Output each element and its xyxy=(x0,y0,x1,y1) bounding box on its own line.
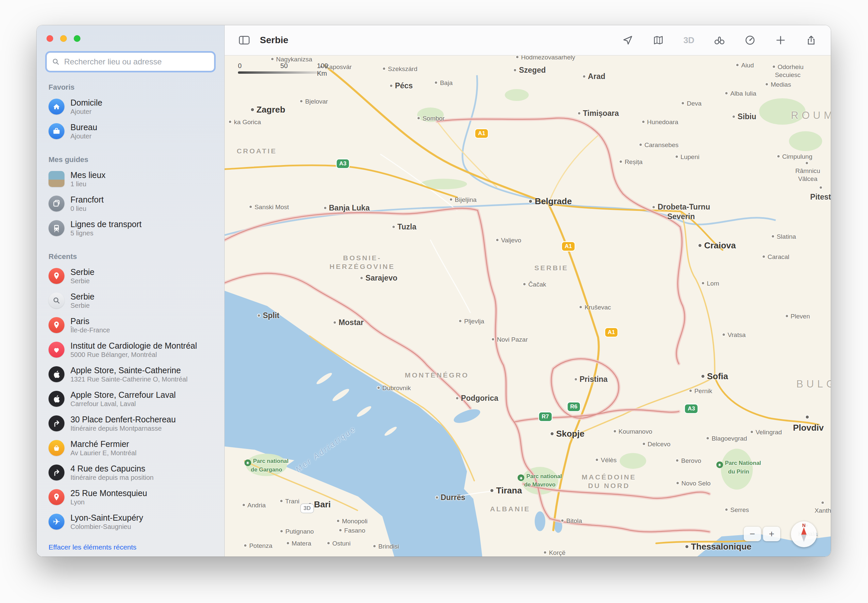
list-item[interactable]: 25 Rue MontesquieuLyon xyxy=(46,485,214,509)
compass-needle-south xyxy=(801,535,806,542)
toolbar: Serbie 3D xyxy=(225,25,831,56)
item-subtitle: 0 lieu xyxy=(70,204,104,212)
map-graphics xyxy=(225,56,831,557)
list-item[interactable]: Marché FermierAv Laurier E, Montréal xyxy=(46,436,214,460)
pin-red-icon xyxy=(48,489,65,505)
item-subtitle: Colombier-Saugnieu xyxy=(70,523,143,530)
item-subtitle: Carrefour Laval, Laval xyxy=(70,400,176,408)
section-header: Mes guides xyxy=(48,155,214,164)
minimize-button[interactable] xyxy=(60,35,67,42)
list-item[interactable]: SerbieSerbie xyxy=(46,264,214,288)
list-item[interactable]: SerbieSerbie xyxy=(46,288,214,313)
search-input[interactable] xyxy=(64,57,209,67)
map-scale: 050100 Km xyxy=(238,62,334,74)
apple-icon xyxy=(48,366,65,382)
item-title: Lyon-Saint-Exupéry xyxy=(70,513,143,523)
clear-recents-link[interactable]: Effacer les éléments récents xyxy=(48,543,136,551)
item-subtitle: 5 lignes xyxy=(70,229,141,237)
section-header: Récents xyxy=(48,252,214,261)
map-canvas[interactable]: NagykanizsaKaposvárSzekszárdHodmezovasar… xyxy=(225,56,831,557)
item-title: 25 Rue Montesquieu xyxy=(70,488,147,498)
item-title: Institut de Cardiologie de Montréal xyxy=(70,341,197,351)
list-item[interactable]: Francfort0 lieu xyxy=(46,191,214,216)
item-title: 30 Place Denfert-Rochereau xyxy=(70,414,176,424)
item-subtitle: Serbie xyxy=(70,302,95,309)
window-controls xyxy=(46,25,214,42)
item-title: Francfort xyxy=(70,195,104,204)
item-subtitle: Ajouter xyxy=(70,108,102,116)
compass[interactable]: N xyxy=(791,521,817,547)
compass-needle-north xyxy=(801,527,806,535)
share-icon[interactable] xyxy=(803,33,819,47)
item-subtitle: Av Laurier E, Montréal xyxy=(70,449,136,457)
item-subtitle: 1321 Rue Sainte-Catherine O, Montréal xyxy=(70,375,188,383)
home-icon xyxy=(48,99,65,114)
item-subtitle: Serbie xyxy=(70,277,95,285)
item-title: 4 Rue des Capucins xyxy=(70,464,153,473)
zoom-in-button[interactable]: + xyxy=(763,527,780,541)
search-gray-icon xyxy=(48,292,65,308)
list-item[interactable]: ✈Lyon-Saint-ExupéryColombier-Saugnieu xyxy=(46,509,214,534)
main-area: Serbie 3D xyxy=(225,25,831,557)
list-item[interactable]: 4 Rue des CapucinsItinéraire depuis ma p… xyxy=(46,460,214,485)
compass-dial-icon[interactable] xyxy=(742,33,758,47)
toolbar-actions: 3D xyxy=(620,33,819,47)
list-item[interactable]: 30 Place Denfert-RochereauItinéraire dep… xyxy=(46,411,214,436)
fullscreen-button[interactable] xyxy=(74,35,81,42)
photo-icon xyxy=(48,171,65,187)
route-icon xyxy=(48,415,65,431)
sidebar-toggle-button[interactable] xyxy=(237,33,252,47)
list-item[interactable]: Apple Store, Carrefour LavalCarrefour La… xyxy=(46,387,214,411)
briefcase-icon xyxy=(48,123,65,139)
item-title: Marché Fermier xyxy=(70,439,136,449)
search-icon xyxy=(51,57,60,66)
scale-tick: 50 xyxy=(281,62,288,70)
list-item[interactable]: Lignes de transport5 lignes xyxy=(46,216,214,240)
map-mode-icon[interactable] xyxy=(651,33,666,47)
item-title: Bureau xyxy=(70,122,98,132)
list-item[interactable]: BureauAjouter xyxy=(46,119,214,144)
item-title: Paris xyxy=(70,316,110,326)
binoculars-icon[interactable] xyxy=(712,33,727,47)
map-title: Serbie xyxy=(260,35,288,45)
list-item[interactable]: Mes lieux1 lieu xyxy=(46,167,214,191)
transit-icon xyxy=(48,220,65,236)
item-title: Apple Store, Carrefour Laval xyxy=(70,390,176,400)
add-pin-icon[interactable] xyxy=(773,33,788,47)
item-title: Serbie xyxy=(70,292,95,302)
route-icon xyxy=(48,465,65,481)
item-title: Lignes de transport xyxy=(70,219,141,229)
scale-bar xyxy=(238,71,323,74)
list-item[interactable]: ParisÎle-de-France xyxy=(46,313,214,337)
zoom-controls: − + xyxy=(744,527,780,541)
item-subtitle: Itinéraire depuis Montparnasse xyxy=(70,424,176,432)
item-title: Domicile xyxy=(70,97,102,108)
medical-icon xyxy=(48,342,65,358)
sidebar: FavorisDomicileAjouterBureauAjouterMes g… xyxy=(37,25,225,557)
apple-icon xyxy=(48,391,65,407)
plane-icon: ✈ xyxy=(48,514,65,530)
locate-icon[interactable] xyxy=(620,33,636,47)
pin-red-icon xyxy=(48,317,65,333)
item-subtitle: Ajouter xyxy=(70,132,98,140)
zoom-out-button[interactable]: − xyxy=(744,527,761,541)
item-title: Apple Store, Sainte-Catherine xyxy=(70,365,188,375)
three-d-button[interactable]: 3D xyxy=(681,33,696,47)
item-subtitle: Lyon xyxy=(70,498,147,506)
scale-tick: 0 xyxy=(238,62,242,70)
list-item[interactable]: Institut de Cardiologie de Montréal5000 … xyxy=(46,337,214,362)
item-subtitle: 5000 Rue Bélanger, Montréal xyxy=(70,351,197,359)
close-button[interactable] xyxy=(46,35,53,42)
search-field[interactable] xyxy=(46,53,214,71)
sidebar-sections: FavorisDomicileAjouterBureauAjouterMes g… xyxy=(46,83,214,534)
pin-red-icon xyxy=(48,268,65,284)
maps-window: FavorisDomicileAjouterBureauAjouterMes g… xyxy=(37,25,831,557)
item-title: Mes lieux xyxy=(70,170,106,180)
item-subtitle: 1 lieu xyxy=(70,180,106,188)
scale-tick: 100 Km xyxy=(317,62,334,77)
section-header: Favoris xyxy=(48,83,214,92)
list-item[interactable]: Apple Store, Sainte-Catherine1321 Rue Sa… xyxy=(46,362,214,387)
market-icon xyxy=(48,440,65,456)
list-item[interactable]: DomicileAjouter xyxy=(46,94,214,119)
guide-icon xyxy=(48,196,65,212)
